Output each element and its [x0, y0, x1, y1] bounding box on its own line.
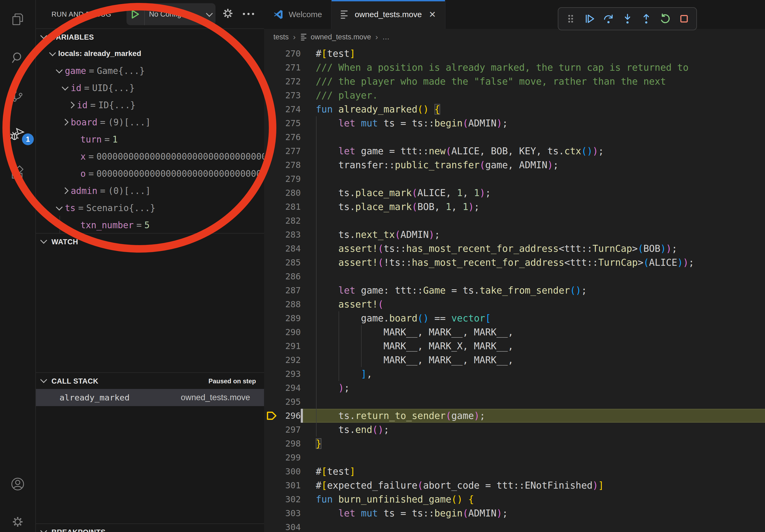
glyph-margin[interactable] — [264, 311, 279, 325]
code-text[interactable]: ts.return_to_sender(game); — [301, 409, 765, 423]
code-line-271[interactable]: 271/// When a position is already marked… — [264, 61, 765, 75]
code-line-302[interactable]: 302fun burn_unfinished_game() { — [264, 492, 765, 506]
line-number[interactable]: 296 — [279, 409, 301, 423]
code-text[interactable]: ts.place_mark(BOB, 1, 1); — [301, 200, 765, 214]
breadcrumb-item-tests[interactable]: tests — [274, 33, 289, 41]
line-number[interactable]: 288 — [279, 297, 301, 311]
account-icon[interactable] — [10, 476, 25, 492]
stop-icon[interactable] — [678, 12, 690, 25]
line-number[interactable]: 301 — [279, 478, 301, 492]
code-text[interactable] — [301, 172, 765, 186]
code-line-290[interactable]: 290 MARK__, MARK__, MARK__, — [264, 325, 765, 339]
settings-gear-icon[interactable] — [10, 514, 25, 529]
glyph-margin[interactable] — [264, 478, 279, 492]
code-line-282[interactable]: 282 — [264, 214, 765, 228]
code-line-276[interactable]: 276 — [264, 130, 765, 144]
code-text[interactable]: assert!(ts::has_most_recent_for_address<… — [301, 242, 765, 256]
code-text[interactable]: fun burn_unfinished_game() { — [301, 492, 765, 506]
debug-gear-icon[interactable] — [220, 6, 235, 22]
line-number[interactable]: 277 — [279, 144, 301, 158]
glyph-margin[interactable] — [264, 130, 279, 144]
glyph-margin[interactable] — [264, 437, 279, 450]
line-number[interactable]: 293 — [279, 367, 301, 381]
line-number[interactable]: 302 — [279, 492, 301, 506]
code-text[interactable]: game.board() == vector[ — [301, 311, 765, 325]
code-line-297[interactable]: 297 ts.end(); — [264, 423, 765, 437]
glyph-margin[interactable] — [264, 256, 279, 269]
code-line-281[interactable]: 281 ts.place_mark(BOB, 1, 1); — [264, 200, 765, 214]
code-line-277[interactable]: 277 let game = ttt::new(ALICE, BOB, KEY,… — [264, 144, 765, 158]
variable-row[interactable]: ts=Scenario{...} — [36, 199, 264, 216]
line-number[interactable]: 292 — [279, 353, 301, 367]
code-text[interactable]: ts.end(); — [301, 423, 765, 437]
line-number[interactable]: 285 — [279, 256, 301, 269]
glyph-margin[interactable] — [264, 381, 279, 395]
variable-row[interactable]: locals: already_marked — [36, 45, 264, 62]
breakpoints-section-header[interactable]: BREAKPOINTS — [36, 523, 264, 532]
code-line-288[interactable]: 288 assert!( — [264, 297, 765, 311]
code-line-303[interactable]: 303 let mut ts = ts::begin(ADMIN); — [264, 506, 765, 520]
line-number[interactable]: 297 — [279, 423, 301, 437]
toolbar-drag-handle[interactable] — [564, 12, 577, 25]
tab-owned-tests-move[interactable]: owned_tests.move ✕ — [332, 0, 445, 29]
breadcrumb-item-file[interactable]: owned_tests.move — [311, 33, 371, 41]
code-text[interactable]: /// the player who made the "false" move… — [301, 75, 765, 89]
glyph-margin[interactable] — [264, 61, 279, 75]
glyph-margin[interactable] — [264, 450, 279, 464]
code-text[interactable] — [301, 130, 765, 144]
glyph-margin[interactable] — [264, 242, 279, 256]
code-line-278[interactable]: 278 transfer::public_transfer(game, ADMI… — [264, 158, 765, 172]
line-number[interactable]: 291 — [279, 339, 301, 353]
glyph-margin[interactable] — [264, 158, 279, 172]
line-number[interactable]: 284 — [279, 242, 301, 256]
code-line-304[interactable]: 304 — [264, 520, 765, 532]
code-text[interactable]: let mut ts = ts::begin(ADMIN); — [301, 506, 765, 520]
glyph-margin[interactable] — [264, 283, 279, 297]
line-number[interactable]: 271 — [279, 61, 301, 75]
watch-section-header[interactable]: WATCH — [36, 233, 264, 250]
code-line-292[interactable]: 292 MARK__, MARK__, MARK__, — [264, 353, 765, 367]
line-number[interactable]: 276 — [279, 130, 301, 144]
line-number[interactable]: 287 — [279, 283, 301, 297]
code-line-291[interactable]: 291 MARK__, MARK_X, MARK__, — [264, 339, 765, 353]
code-line-279[interactable]: 279 — [264, 172, 765, 186]
glyph-margin[interactable] — [264, 520, 279, 532]
code-line-301[interactable]: 301#[expected_failure(abort_code = ttt::… — [264, 478, 765, 492]
variable-row[interactable]: id=ID{...} — [36, 97, 264, 114]
close-icon[interactable]: ✕ — [429, 9, 436, 20]
source-control-icon[interactable] — [10, 89, 25, 104]
code-text[interactable] — [301, 395, 765, 409]
glyph-margin[interactable] — [264, 214, 279, 228]
code-line-273[interactable]: 273/// player. — [264, 89, 765, 102]
code-text[interactable]: ts.place_mark(ALICE, 1, 1); — [301, 186, 765, 200]
code-text[interactable]: } — [301, 437, 765, 450]
line-number[interactable]: 290 — [279, 325, 301, 339]
code-line-280[interactable]: 280 ts.place_mark(ALICE, 1, 1); — [264, 186, 765, 200]
code-text[interactable]: let mut ts = ts::begin(ADMIN); — [301, 116, 765, 130]
code-line-300[interactable]: 300#[test] — [264, 464, 765, 478]
code-text[interactable]: /// player. — [301, 89, 765, 102]
code-line-299[interactable]: 299 — [264, 450, 765, 464]
code-text[interactable]: MARK__, MARK__, MARK__, — [301, 325, 765, 339]
more-actions-icon[interactable] — [243, 13, 254, 15]
line-number[interactable]: 300 — [279, 464, 301, 478]
step-over-icon[interactable] — [602, 12, 615, 25]
line-number[interactable]: 298 — [279, 437, 301, 450]
code-text[interactable] — [301, 269, 765, 283]
code-text[interactable]: #[test] — [301, 464, 765, 478]
variable-row[interactable]: x=00000000000000000000000000000000000… — [36, 148, 264, 165]
call-stack-frame-row[interactable]: already_marked owned_tests.move — [36, 389, 264, 406]
start-debug-icon[interactable] — [127, 3, 145, 25]
line-number[interactable]: 299 — [279, 450, 301, 464]
variables-section-header[interactable]: VARIABLES — [36, 28, 264, 46]
code-text[interactable]: transfer::public_transfer(game, ADMIN); — [301, 158, 765, 172]
line-number[interactable]: 289 — [279, 311, 301, 325]
code-line-293[interactable]: 293 ], — [264, 367, 765, 381]
glyph-margin[interactable] — [264, 102, 279, 116]
code-line-270[interactable]: 270#[test] — [264, 47, 765, 61]
line-number[interactable]: 279 — [279, 172, 301, 186]
debug-current-line-marker[interactable] — [264, 409, 279, 423]
search-icon[interactable] — [10, 50, 25, 65]
glyph-margin[interactable] — [264, 75, 279, 89]
code-text[interactable]: MARK__, MARK__, MARK__, — [301, 353, 765, 367]
